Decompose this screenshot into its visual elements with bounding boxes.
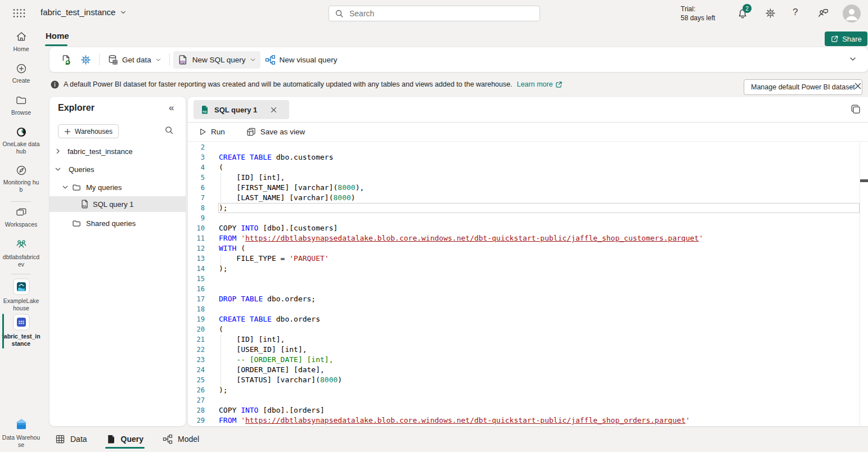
- rail-item-fabric-test-instance[interactable]: fabric_test_instance: [0, 314, 42, 347]
- tab-model[interactable]: Model: [161, 426, 200, 452]
- code-line-28[interactable]: 28COPY INTO [dbo].[orders]: [188, 405, 868, 415]
- tree-item-queries[interactable]: Queries: [50, 162, 186, 176]
- code-line-7[interactable]: 7 [LAST_NAME] [varchar](8000): [188, 193, 868, 203]
- workspace-switcher[interactable]: fabric_test_instance: [41, 7, 127, 17]
- code-text: WITH (: [219, 243, 245, 254]
- get-data-button[interactable]: Get data: [103, 51, 166, 69]
- rail-item-examplelakehouse[interactable]: ExampleLakehouse: [0, 278, 42, 312]
- current-line-highlight: [218, 203, 860, 213]
- search-input[interactable]: [348, 8, 534, 19]
- collapse-panel-icon[interactable]: «: [169, 102, 174, 114]
- code-line-16[interactable]: 16: [188, 284, 868, 294]
- rail-item-dbtlabsfabricdev[interactable]: dbtlabsfabricdev: [0, 238, 42, 268]
- code-line-27[interactable]: 27: [188, 395, 868, 405]
- code-line-23[interactable]: 23 -- [ORDER_DATE] [int],: [188, 355, 868, 365]
- learn-more-link[interactable]: Learn more: [517, 80, 563, 88]
- new-visual-query-button[interactable]: New visual query: [260, 51, 342, 69]
- code-line-9[interactable]: 9: [188, 213, 868, 223]
- close-tab-icon[interactable]: [270, 106, 277, 114]
- code-line-20[interactable]: 20(: [188, 324, 868, 335]
- code-area: 23CREATE TABLE dbo.customers4(5 [ID] [in…: [188, 142, 868, 426]
- ribbon-divider: [169, 53, 170, 66]
- tab-data[interactable]: Data: [54, 426, 88, 452]
- explorer-search-icon[interactable]: [164, 125, 174, 135]
- tree-item-shared-queries[interactable]: Shared queries: [50, 216, 186, 230]
- code-line-26[interactable]: 26);: [188, 385, 868, 395]
- code-line-10[interactable]: 10COPY INTO [dbo].[customers]: [188, 223, 868, 233]
- code-line-25[interactable]: 25 [STATUS] [varchar](8000): [188, 375, 868, 385]
- code-line-11[interactable]: 11FROM 'https://dbtlabsynapsedatalake.bl…: [188, 233, 868, 243]
- ribbon-collapse-icon[interactable]: [849, 55, 857, 63]
- settings-gear-icon[interactable]: [765, 8, 776, 19]
- refresh-button[interactable]: [56, 51, 76, 69]
- rail-item-monitoring-hub[interactable]: Monitoring hub: [0, 164, 42, 193]
- line-number: 15: [188, 274, 214, 284]
- notification-badge: 2: [743, 4, 752, 13]
- code-line-3[interactable]: 3CREATE TABLE dbo.customers: [188, 152, 868, 162]
- code-line-6[interactable]: 6 [FIRST_NAME] [varchar](8000),: [188, 183, 868, 193]
- tree-item-my-queries[interactable]: My queries: [50, 180, 186, 194]
- code-text: FROM 'https://dbtlabsynapsedatalake.blob…: [219, 415, 690, 426]
- save-as-view-icon: [246, 127, 256, 137]
- code-line-19[interactable]: 19CREATE TABLE dbo.orders: [188, 314, 868, 324]
- rail-item-create[interactable]: Create: [0, 62, 42, 84]
- compass-icon: [15, 164, 28, 177]
- share-button[interactable]: Share: [825, 31, 867, 46]
- code-line-5[interactable]: 5 [ID] [int],: [188, 173, 868, 183]
- code-editor[interactable]: 23CREATE TABLE dbo.customers4(5 [ID] [in…: [188, 142, 868, 426]
- code-text: -- [ORDER_DATE] [int],: [219, 355, 334, 365]
- add-warehouses-button[interactable]: Warehouses: [58, 124, 119, 138]
- line-number: 23: [188, 355, 214, 365]
- editor-overview-ruler[interactable]: [860, 142, 868, 426]
- code-line-22[interactable]: 22 [USER_ID] [int],: [188, 345, 868, 355]
- code-line-8[interactable]: 8);: [188, 203, 868, 213]
- code-line-29[interactable]: 29FROM 'https://dbtlabsynapsedatalake.bl…: [188, 415, 868, 426]
- code-line-21[interactable]: 21 [ID] [int],: [188, 335, 868, 345]
- rail-item-home[interactable]: Home: [0, 31, 42, 53]
- code-line-14[interactable]: 14);: [188, 264, 868, 274]
- code-line-17[interactable]: 17DROP TABLE dbo.orders;: [188, 294, 868, 304]
- model-diagram-icon: [163, 434, 173, 444]
- copy-icon[interactable]: [851, 104, 861, 115]
- rail-item-browse[interactable]: Browse: [0, 94, 42, 116]
- svg-text:SQL: SQL: [180, 60, 187, 64]
- code-line-15[interactable]: 15: [188, 274, 868, 284]
- banner-close-icon[interactable]: [854, 82, 862, 90]
- feedback-icon[interactable]: [818, 8, 829, 19]
- tab-sql-query-1[interactable]: SQL SQL query 1: [194, 100, 289, 119]
- line-number: 29: [188, 415, 214, 426]
- folder-icon: [15, 94, 28, 107]
- code-line-18[interactable]: 18: [188, 304, 868, 314]
- global-search[interactable]: [329, 6, 540, 21]
- chevron-down-icon: [120, 9, 127, 16]
- help-icon[interactable]: ?: [793, 7, 798, 18]
- line-number: 16: [188, 284, 214, 294]
- chevron-down-icon: [54, 165, 62, 173]
- save-as-view-button[interactable]: Save as view: [243, 125, 309, 139]
- line-number: 28: [188, 405, 214, 415]
- top-header: fabric_test_instance Trial: 58 days left…: [0, 0, 868, 27]
- rail-item-onelake-data-hub[interactable]: OneLake data hub: [0, 126, 42, 155]
- code-line-12[interactable]: 12WITH (: [188, 243, 868, 254]
- ribbon-settings-icon[interactable]: [76, 51, 96, 69]
- new-sql-query-button[interactable]: SQL New SQL query: [173, 51, 260, 69]
- indent-guide: [221, 254, 221, 264]
- rail-item-data-warehouse[interactable]: Data Warehouse: [0, 417, 42, 449]
- tree-item-sql-query-1[interactable]: SQL SQL query 1: [50, 196, 186, 212]
- folder-icon: [72, 183, 82, 192]
- code-line-13[interactable]: 13 FILE_TYPE = 'PARQUET': [188, 254, 868, 264]
- avatar[interactable]: [843, 4, 861, 22]
- manage-default-dataset-button[interactable]: Manage default Power BI dataset: [744, 79, 862, 95]
- rail-item-workspaces[interactable]: Workspaces: [0, 206, 42, 228]
- app-launcher-icon[interactable]: [12, 8, 26, 18]
- tab-query[interactable]: Query: [105, 426, 145, 452]
- tree-item-warehouse[interactable]: fabric_test_instance: [50, 144, 186, 158]
- workspace-people-icon: [15, 238, 28, 251]
- line-number: 6: [188, 183, 214, 193]
- code-line-2[interactable]: 2: [188, 142, 868, 152]
- run-button[interactable]: Run: [195, 125, 228, 138]
- tab-home[interactable]: Home: [46, 31, 69, 40]
- code-line-24[interactable]: 24 [ORDER_DATE] [date],: [188, 365, 868, 375]
- search-icon: [335, 9, 344, 18]
- code-line-4[interactable]: 4(: [188, 162, 868, 173]
